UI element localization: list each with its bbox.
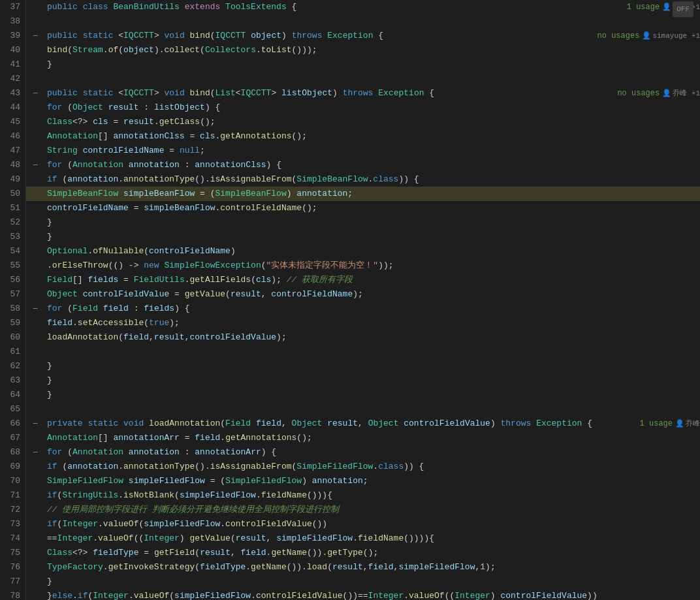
code-text-68: for (Annotation annotation : annotationA… [44, 445, 700, 460]
gutter-43: − [26, 89, 44, 98]
user-icon-66: 👤 [675, 417, 684, 431]
code-text-45: Class<?> cls = result.getClass(); [44, 115, 700, 129]
fold-icon-66[interactable]: − [31, 419, 40, 428]
code-line-70: SimpleFiledFlow simpleFiledFlow = (Simpl… [26, 474, 700, 488]
line-number-48: 48 [0, 158, 25, 172]
code-text-55: .orElseThrow(() -> new SimpleFlowExcepti… [44, 259, 700, 273]
line-numbers: 3738394041424344454647484950515253545556… [0, 0, 26, 600]
meta-user-66: 👤乔峰 [675, 417, 700, 431]
meta-usages-66: 1 usage [640, 417, 673, 431]
code-text-51: controlFieldName = simpleBeanFlow.contro… [44, 201, 700, 215]
line-number-45: 45 [0, 115, 25, 129]
meta-usages-37: 1 usage [627, 0, 660, 14]
code-text-40: bind(Stream.of(object).collect(Collector… [44, 43, 700, 57]
fold-icon-58[interactable]: − [31, 304, 40, 313]
meta-usages-43: no usages [617, 86, 660, 101]
line-number-76: 76 [0, 560, 25, 575]
code-text-39: public static <IQCCTT> void bind(IQCCTT … [44, 29, 592, 43]
code-text-49: if (annotation.annotationType().isAssign… [44, 172, 700, 187]
code-text-77: } [44, 575, 700, 589]
code-line-72: // 使用局部控制字段进行 判断必须分开避免继续使用全局控制字段进行控制 [26, 503, 700, 517]
user-icon-43: 👤 [662, 86, 671, 101]
code-line-67: Annotation[] annotationArr = field.getAn… [26, 431, 700, 445]
line-number-77: 77 [0, 575, 25, 589]
line-number-58: 58 [0, 302, 25, 316]
code-text-56: Field[] fields = FieldUtils.getAllFields… [44, 273, 700, 287]
line-number-70: 70 [0, 474, 25, 488]
line-number-74: 74 [0, 531, 25, 546]
code-text-76: TypeFactory.getInvokeStrategy(fieldType.… [44, 560, 700, 575]
user-icon-37: 👤 [662, 0, 671, 14]
fold-icon-43[interactable]: − [31, 89, 40, 98]
fold-icon-68[interactable]: − [31, 448, 40, 457]
fold-icon-48[interactable]: − [31, 161, 40, 170]
code-line-53: } [26, 230, 700, 244]
line-number-40: 40 [0, 43, 25, 57]
code-text-50: SimpleBeanFlow simpleBeanFlow = (SimpleB… [44, 187, 700, 201]
code-text-70: SimpleFiledFlow simpleFiledFlow = (Simpl… [44, 474, 700, 488]
code-line-77: } [26, 575, 700, 589]
line-number-59: 59 [0, 316, 25, 330]
code-line-75: Class<?> fieldType = getField(result, fi… [26, 546, 700, 560]
line-number-66: 66 [0, 417, 25, 431]
code-text-71: if(StringUtils.isNotBlank(simpleFiledFlo… [44, 488, 700, 503]
code-line-49: if (annotation.annotationType().isAssign… [26, 172, 700, 187]
line-number-78: 78 [0, 589, 25, 600]
code-text-43: public static <IQCCTT> void bind(List<IQ… [44, 86, 612, 101]
code-content: public class BeanBindUtils extends Tools… [26, 0, 700, 600]
code-line-54: Optional.ofNullable(controlFieldName) [26, 244, 700, 259]
code-text-54: Optional.ofNullable(controlFieldName) [44, 244, 700, 259]
meta-usages-39: no usages [597, 29, 640, 43]
line-number-46: 46 [0, 129, 25, 144]
line-number-69: 69 [0, 460, 25, 474]
code-text-37: public class BeanBindUtils extends Tools… [44, 0, 622, 14]
line-number-56: 56 [0, 273, 25, 287]
code-line-51: controlFieldName = simpleBeanFlow.contro… [26, 201, 700, 215]
code-line-59: field.setAccessible(true); [26, 316, 700, 330]
code-line-68: − for (Annotation annotation : annotatio… [26, 445, 700, 460]
code-line-69: if (annotation.annotationType().isAssign… [26, 460, 700, 474]
fold-icon-39[interactable]: − [31, 31, 40, 40]
gutter-48: − [26, 161, 44, 170]
code-text-60: loadAnnotation(field,result,controlField… [44, 330, 700, 345]
line-number-72: 72 [0, 503, 25, 517]
code-text-69: if (annotation.annotationType().isAssign… [44, 460, 700, 474]
code-text-74: ==Integer.valueOf((Integer) getValue(res… [44, 531, 700, 546]
code-text-75: Class<?> fieldType = getField(result, fi… [44, 546, 700, 560]
line-number-67: 67 [0, 431, 25, 445]
code-line-73: if(Integer.valueOf(simpleFiledFlow.contr… [26, 517, 700, 531]
line-number-65: 65 [0, 402, 25, 417]
code-text-41: } [44, 57, 700, 72]
gutter-39: − [26, 31, 44, 40]
code-line-38 [26, 14, 700, 29]
line-number-44: 44 [0, 101, 25, 115]
line-number-39: 39 [0, 29, 25, 43]
meta-user-43: 👤乔峰 +1 [662, 86, 700, 101]
code-line-39: −public static <IQCCTT> void bind(IQCCTT… [26, 29, 700, 43]
code-line-45: Class<?> cls = result.getClass(); [26, 115, 700, 129]
line-number-38: 38 [0, 14, 25, 29]
code-text-67: Annotation[] annotationArr = field.getAn… [44, 431, 700, 445]
code-line-74: ==Integer.valueOf((Integer) getValue(res… [26, 531, 700, 546]
line-number-52: 52 [0, 215, 25, 230]
code-line-40: bind(Stream.of(object).collect(Collector… [26, 43, 700, 57]
line-number-47: 47 [0, 144, 25, 158]
code-text-47: String controlFieldName = null; [44, 144, 700, 158]
line-number-37: 37 [0, 0, 25, 14]
code-text-46: Annotation[] annotationClss = cls.getAnn… [44, 129, 700, 144]
line-number-63: 63 [0, 373, 25, 388]
code-text-52: } [44, 215, 700, 230]
gutter-66: − [26, 419, 44, 428]
code-text-44: for (Object result : listObject) { [44, 101, 700, 115]
code-line-52: } [26, 215, 700, 230]
code-text-64: } [44, 388, 700, 402]
code-text-73: if(Integer.valueOf(simpleFiledFlow.contr… [44, 517, 700, 531]
code-text-59: field.setAccessible(true); [44, 316, 700, 330]
code-text-72: // 使用局部控制字段进行 判断必须分开避免继续使用全局控制字段进行控制 [44, 503, 700, 517]
code-line-64: } [26, 388, 700, 402]
code-line-44: for (Object result : listObject) { [26, 101, 700, 115]
code-line-63: } [26, 373, 700, 388]
line-number-61: 61 [0, 345, 25, 359]
code-line-47: String controlFieldName = null; [26, 144, 700, 158]
code-text-78: }else.if(Integer.valueOf(simpleFiledFlow… [44, 589, 700, 600]
